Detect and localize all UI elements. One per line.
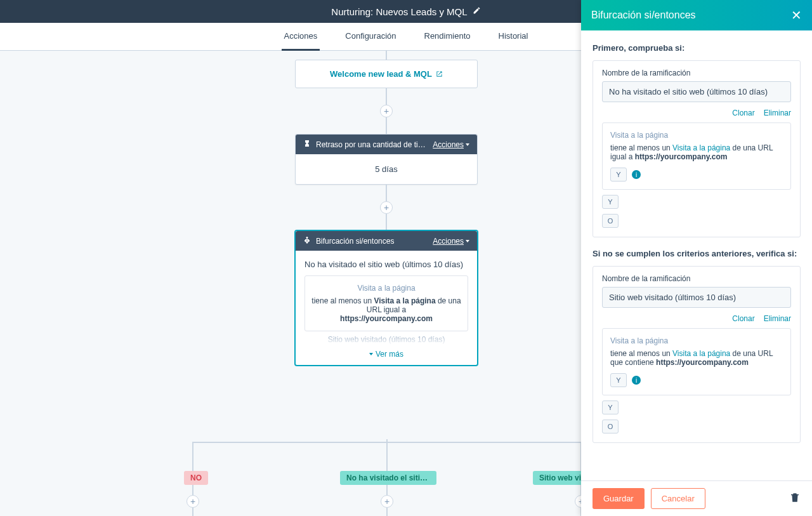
branch-name-label-2: Nombre de la ramificación [602,274,791,283]
and-chip-inner-1[interactable]: Y [610,168,627,182]
branch-name-input-1[interactable] [602,81,791,102]
cancel-button[interactable]: Cancelar [651,488,705,509]
delay-card-title: Retraso por una cantidad de tie… [316,140,428,149]
branch-group-2: Nombre de la ramificación Clonar Elimina… [593,266,801,443]
info-icon[interactable]: i [632,170,641,179]
section-2-label: Si no se cumplen los criterios anteriore… [593,249,801,258]
save-button[interactable]: Guardar [593,488,645,509]
and-chip-outer-2[interactable]: Y [602,400,619,414]
or-chip-2[interactable]: O [602,420,619,433]
or-chip-1[interactable]: O [602,214,619,228]
and-chip-inner-2[interactable]: Y [610,373,627,387]
sidebar-title: Bifurcación si/entonces [591,10,696,21]
add-action-button-2[interactable]: + [380,201,393,214]
delay-value: 5 días [296,154,477,184]
delete-link-2[interactable]: Eliminar [764,314,791,323]
external-link-icon [436,70,443,77]
info-icon-2[interactable]: i [632,376,641,385]
branch-icon [303,236,311,246]
delete-link-1[interactable]: Eliminar [764,109,791,117]
tab-acciones[interactable]: Acciones [282,23,320,51]
and-chip-outer-1[interactable]: Y [602,195,619,209]
branch-1-badge: No ha visitado el sitio … [340,471,436,485]
close-icon[interactable]: ✕ [791,8,802,23]
tab-rendimiento[interactable]: Rendimiento [422,23,473,51]
branch-name-input-2[interactable] [602,287,791,308]
branch-card[interactable]: Bifurcación si/entonces Acciones No ha v… [295,230,478,366]
section-1-label: Primero, comprueba si: [593,43,801,53]
criteria-box-1[interactable]: Visita a la página tiene al menos un Vis… [602,122,791,190]
delay-card-actions[interactable]: Acciones [433,140,469,149]
add-branch-1-button[interactable]: + [381,495,393,508]
branch-name: No ha visitado el sitio web (últimos 10 … [304,260,468,269]
delay-card[interactable]: Retraso por una cantidad de tie… Accione… [295,134,478,185]
add-action-button-1[interactable]: + [380,105,393,117]
clone-link-2[interactable]: Clonar [732,314,754,323]
view-more-link[interactable]: Ver más [369,350,403,359]
tab-historial[interactable]: Historial [496,23,531,51]
email-card[interactable]: Welcome new lead & MQL [295,60,478,88]
criteria-box-2[interactable]: Visita a la página tiene al menos un Vis… [602,328,791,395]
workflow-title: Nurturing: Nuevos Leads y MQL [331,6,467,17]
sidebar-header: Bifurcación si/entonces ✕ [581,0,812,30]
edit-icon[interactable] [473,6,481,17]
add-branch-no-button[interactable]: + [187,495,199,508]
branch-card-title: Bifurcación si/entonces [316,237,428,246]
delete-icon[interactable] [789,492,801,505]
hourglass-icon [303,140,311,149]
branch-filter-box: Visita a la página tiene al menos un Vis… [304,275,468,331]
sidebar-footer: Guardar Cancelar [581,480,812,516]
email-link-text: Welcome new lead & MQL [330,69,432,79]
branch-truncated-row: Sitio web visitado (últimos 10 días) [304,335,468,344]
branch-no-badge: NO [184,471,208,485]
branch-group-1: Nombre de la ramificación Clonar Elimina… [593,60,801,237]
clone-link-1[interactable]: Clonar [732,109,754,117]
branch-name-label-1: Nombre de la ramificación [602,69,791,77]
branch-card-actions[interactable]: Acciones [433,237,469,246]
email-link[interactable]: Welcome new lead & MQL [330,69,443,79]
sidebar-panel: Bifurcación si/entonces ✕ Primero, compr… [581,0,812,516]
tab-configuracion[interactable]: Configuración [343,23,398,51]
